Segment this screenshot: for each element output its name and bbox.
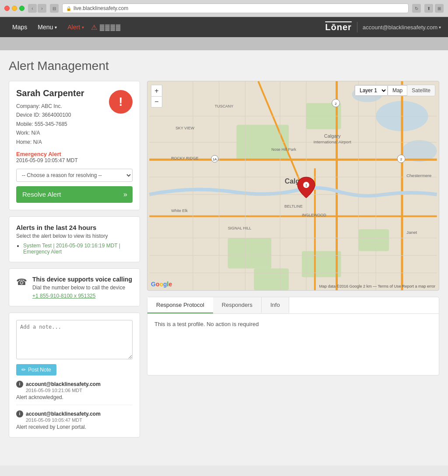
tabs-container: Response Protocol Responders Info This i… [147, 297, 439, 375]
user-mobile: Mobile: 555-345-7685 [16, 120, 109, 129]
svg-text:INGLEWOOD: INGLEWOOD [302, 213, 326, 217]
nav-menu[interactable]: Menu ▾ [32, 17, 62, 37]
resolve-alert-button[interactable]: Resolve Alert » [16, 186, 133, 203]
alert-history-link[interactable]: System Test | 2016-05-09 10:16:19 MDT | … [23, 243, 120, 255]
alerts-24h-title: Alerts in the last 24 hours [16, 224, 133, 231]
note-date-2: 2016-05-09 10:05:47 MDT [26, 417, 133, 423]
svg-text:White Elk: White Elk [171, 208, 188, 213]
user-work: Work: N/A [16, 129, 109, 137]
alerts-24h-subtitle: Select the alert below to view its histo… [16, 233, 133, 239]
tab-responders[interactable]: Responders [213, 297, 262, 313]
note-info-icon-1: i [16, 381, 23, 388]
brand-logo: Lōner [325, 22, 352, 32]
svg-text:Calgary: Calgary [324, 133, 341, 139]
minimize-window-btn[interactable] [12, 6, 17, 11]
alert-timestamp: 2016-05-09 10:05:47 MDT [16, 157, 133, 163]
main-content: Alert Management Sarah Carpenter Company… [0, 50, 448, 466]
url-bar[interactable]: 🔒 live.blacklinesafety.com [62, 3, 409, 13]
svg-rect-6 [228, 238, 272, 269]
browser-chrome: ‹ › ⊟ 🔒 live.blacklinesafety.com ↻ ⬆ ⊞ [0, 0, 448, 17]
note-entry-1: i account@blacklinesafety.com 2016-05-09… [16, 381, 133, 400]
alert-triangle-icon: ⚠ [91, 23, 97, 31]
close-window-btn[interactable] [4, 6, 10, 11]
svg-text:Nose Hill Park: Nose Hill Park [271, 147, 296, 152]
content-layout: Sarah Carpenter Company: ABC Inc. Device… [9, 81, 439, 438]
voice-number-link[interactable]: +1 855-910-8100 x 951325 [32, 293, 95, 299]
tab-content-response: This is a test profile. No action is req… [147, 314, 439, 375]
alert-type-label: Emergency Alert [16, 151, 133, 157]
maximize-window-btn[interactable] [19, 6, 24, 11]
reload-button[interactable]: ↻ [412, 4, 421, 13]
svg-text:!: ! [305, 183, 307, 188]
note-account-1: account@blacklinesafety.com [26, 381, 101, 387]
user-name: Sarah Carpenter [16, 88, 109, 98]
google-g: G [151, 281, 156, 288]
account-caret-icon: ▾ [439, 25, 441, 30]
note-text-2: Alert received by Loner portal. [16, 424, 133, 430]
note-textarea[interactable] [16, 320, 133, 359]
note-info-icon-2: i [16, 410, 23, 417]
map-view-button[interactable]: Map [388, 85, 407, 96]
notes-card: ✏ Post Note i account@blacklinesafety.co… [9, 313, 140, 438]
new-tab-button[interactable]: ⊞ [435, 4, 444, 13]
svg-text:SKY VIEW: SKY VIEW [175, 126, 195, 130]
svg-text:Janet: Janet [406, 230, 417, 235]
svg-rect-8 [302, 251, 341, 277]
back-button[interactable]: ‹ [28, 4, 37, 13]
page-title: Alert Management [9, 59, 439, 73]
note-entry-2: i account@blacklinesafety.com 2016-05-09… [16, 410, 133, 430]
resolve-chevrons-icon: » [123, 191, 126, 198]
svg-text:2: 2 [335, 102, 337, 106]
pencil-icon: ✏ [21, 367, 26, 373]
user-card: Sarah Carpenter Company: ABC Inc. Device… [9, 81, 140, 210]
note-divider [16, 405, 133, 405]
svg-text:Chestermere: Chestermere [406, 173, 432, 178]
alert-stripes: ▓▓▓▓ [100, 24, 121, 31]
note-account-2: account@blacklinesafety.com [26, 411, 101, 417]
alert-exclamation-icon: ! [109, 90, 133, 114]
map-layer-select[interactable]: Layer 1 [355, 85, 388, 96]
tab-info[interactable]: Info [262, 297, 289, 313]
svg-text:TUSCANY: TUSCANY [215, 104, 234, 108]
left-panel: Sarah Carpenter Company: ABC Inc. Device… [9, 81, 140, 438]
menu-caret-icon: ▾ [55, 25, 57, 30]
voice-title: This device supports voice calling [32, 276, 132, 283]
zoom-out-button[interactable]: − [151, 96, 162, 108]
ssl-lock-icon: 🔒 [66, 6, 71, 11]
google-logo: Google [151, 281, 172, 288]
tab-button[interactable]: ⊟ [50, 4, 59, 13]
tab-response-protocol[interactable]: Response Protocol [147, 297, 213, 313]
resolve-reason-select[interactable]: -- Choose a reason for resolving -- Fals… [16, 169, 133, 182]
right-panel: Calgary Calgary International Airport Ch… [147, 81, 439, 438]
alert-caret-icon: ▾ [82, 25, 84, 30]
user-home: Home: N/A [16, 138, 109, 146]
post-note-button[interactable]: ✏ Post Note [16, 364, 56, 375]
map-zoom-controls: + − [151, 85, 162, 108]
voice-description: Dial the number below to call the device [32, 285, 132, 291]
svg-text:ROCKY RIDGE: ROCKY RIDGE [171, 156, 199, 160]
nav-divider [357, 22, 357, 32]
forward-button[interactable]: › [38, 4, 46, 13]
svg-text:2: 2 [400, 157, 402, 161]
alert-history-list: System Test | 2016-05-09 10:16:19 MDT | … [16, 243, 133, 255]
response-protocol-text: This is a test profile. No action is req… [154, 321, 432, 327]
user-device-id: Device ID: 3664000100 [16, 111, 109, 119]
app-navigation: Maps Menu ▾ Alert ▾ ⚠ ▓▓▓▓ Lōner account… [0, 17, 448, 37]
alerts-24h-card: Alerts in the last 24 hours Select the a… [9, 216, 140, 262]
zoom-in-button[interactable]: + [151, 85, 162, 96]
note-text-1: Alert acknowledged. [16, 394, 133, 400]
satellite-view-button[interactable]: Satellite [407, 86, 435, 95]
alert-banner [0, 37, 448, 50]
map-container[interactable]: Calgary Calgary International Airport Ch… [147, 81, 439, 291]
phone-icon: ☎ [16, 277, 27, 287]
window-controls [4, 6, 24, 11]
svg-text:BELTLINE: BELTLINE [284, 204, 303, 208]
url-text: live.blacklinesafety.com [74, 5, 128, 11]
note-date-1: 2016-05-09 10:21:06 MDT [26, 388, 133, 393]
nav-maps[interactable]: Maps [7, 17, 32, 37]
map-svg: Calgary Calgary International Airport Ch… [147, 81, 439, 290]
nav-account[interactable]: account@blacklinesafety.com ▾ [363, 24, 441, 31]
tabs-header: Response Protocol Responders Info [147, 297, 439, 314]
share-button[interactable]: ⬆ [424, 4, 433, 13]
nav-alert[interactable]: Alert ▾ [62, 17, 89, 37]
